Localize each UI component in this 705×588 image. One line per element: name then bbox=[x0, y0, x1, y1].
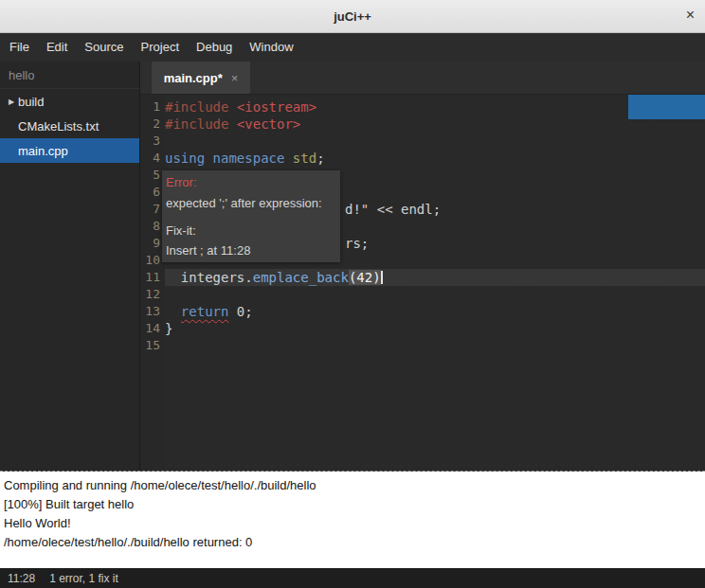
expander-icon[interactable]: ▶ bbox=[5, 98, 18, 106]
code-text: return 0; bbox=[165, 303, 705, 320]
code-token: integers. bbox=[165, 270, 253, 285]
tab-bar: main.cpp* × bbox=[140, 62, 705, 95]
menu-item-window[interactable]: Window bbox=[241, 33, 301, 62]
diagnostic-tooltip: Error: expected ';' after expression: Fi… bbox=[162, 170, 340, 262]
code-text: integers.emplace_back(42) bbox=[165, 269, 705, 286]
code-text: #include <vector> bbox=[165, 116, 705, 133]
code-token: emplace_back bbox=[253, 270, 349, 285]
code-token: } bbox=[165, 321, 172, 336]
code-token: (42) bbox=[349, 270, 381, 285]
menu-bar: File Edit Source Project Debug Window bbox=[0, 33, 705, 62]
close-icon[interactable]: × bbox=[686, 8, 695, 23]
main-area: hello ▶ build CMakeLists.txt main.cpp ma… bbox=[0, 62, 705, 471]
tooltip-error-text: expected ';' after expression: bbox=[166, 196, 340, 210]
line-number: 4 bbox=[140, 150, 165, 167]
file-tree-panel: hello ▶ build CMakeLists.txt main.cpp bbox=[0, 62, 140, 471]
code-line[interactable]: 14} bbox=[140, 320, 705, 337]
code-token: rs; bbox=[345, 236, 369, 251]
line-number: 11 bbox=[140, 269, 165, 286]
line-number: 15 bbox=[140, 337, 165, 354]
code-token bbox=[165, 304, 181, 319]
tooltip-fixit-text: Insert ; at 11:28 bbox=[166, 243, 340, 258]
project-name: hello bbox=[0, 62, 139, 89]
text-cursor bbox=[381, 271, 383, 284]
line-number: 3 bbox=[140, 133, 165, 150]
terminal-line: /home/olece/test/hello/./build/hello ret… bbox=[4, 533, 705, 552]
code-token: std bbox=[293, 151, 316, 166]
code-text bbox=[165, 286, 705, 303]
cursor-position: 11:28 bbox=[8, 572, 35, 585]
tree-item-label: CMakeLists.txt bbox=[18, 119, 99, 134]
tree-item-build[interactable]: ▶ build bbox=[0, 89, 139, 114]
menu-item-edit[interactable]: Edit bbox=[38, 33, 76, 62]
code-token: #include bbox=[165, 99, 237, 115]
code-line[interactable]: 15 bbox=[140, 337, 705, 354]
tab-main-cpp[interactable]: main.cpp* × bbox=[152, 62, 250, 94]
code-line[interactable]: 11 integers.emplace_back(42) bbox=[140, 269, 705, 286]
line-number: 1 bbox=[140, 98, 165, 116]
code-line[interactable]: 3 bbox=[140, 133, 705, 150]
editor-column: main.cpp* × 1#include <iostream>2#includ… bbox=[140, 62, 705, 471]
code-token: d!" << endl; bbox=[345, 202, 441, 217]
tree-item-label: build bbox=[18, 95, 44, 109]
terminal-output: Compiling and running /home/olece/test/h… bbox=[0, 472, 705, 568]
tree-item-label: main.cpp bbox=[18, 144, 68, 158]
code-text bbox=[165, 337, 705, 354]
code-editor[interactable]: 1#include <iostream>2#include <vector>34… bbox=[140, 95, 705, 471]
code-text bbox=[165, 133, 705, 150]
menu-item-source[interactable]: Source bbox=[76, 33, 132, 62]
code-token: return bbox=[181, 304, 229, 319]
line-number: 12 bbox=[140, 286, 165, 303]
code-token: using namespace bbox=[165, 151, 293, 166]
tree-item-cmakelists[interactable]: CMakeLists.txt bbox=[0, 114, 139, 138]
line-number: 14 bbox=[140, 320, 165, 337]
scrollbar-thumb[interactable] bbox=[628, 95, 705, 119]
code-line[interactable]: 12 bbox=[140, 286, 705, 303]
menu-item-file[interactable]: File bbox=[1, 33, 38, 62]
app-window: juCi++ × File Edit Source Project Debug … bbox=[0, 0, 705, 588]
code-token: <vector> bbox=[237, 116, 300, 132]
tooltip-fixit-label: Fix-it: bbox=[166, 223, 340, 238]
code-text: #include <iostream> bbox=[165, 98, 705, 116]
code-line[interactable]: 1#include <iostream> bbox=[140, 98, 705, 116]
tree-item-main-cpp[interactable]: main.cpp bbox=[0, 138, 139, 163]
terminal-line: [100%] Built target hello bbox=[4, 495, 705, 514]
window-title: juCi++ bbox=[334, 9, 371, 24]
title-bar: juCi++ × bbox=[0, 0, 705, 33]
error-status: 1 error, 1 fix it bbox=[49, 572, 118, 585]
tooltip-error-label: Error: bbox=[166, 175, 340, 189]
code-line[interactable]: 4using namespace std; bbox=[140, 150, 705, 167]
code-token: 0; bbox=[228, 304, 252, 319]
line-number: 13 bbox=[140, 303, 165, 320]
status-bar: 11:28 1 error, 1 fix it bbox=[0, 568, 705, 588]
line-number: 2 bbox=[140, 116, 165, 133]
tab-label: main.cpp* bbox=[164, 71, 223, 85]
code-text: } bbox=[165, 320, 705, 337]
code-token: <iostream> bbox=[237, 99, 316, 115]
menu-item-debug[interactable]: Debug bbox=[188, 33, 241, 62]
terminal-line: Compiling and running /home/olece/test/h… bbox=[4, 476, 705, 495]
menu-item-project[interactable]: Project bbox=[133, 33, 188, 62]
code-token: ; bbox=[316, 151, 324, 166]
code-line[interactable]: 13 return 0; bbox=[140, 303, 705, 320]
tab-close-icon[interactable]: × bbox=[231, 71, 239, 85]
code-line[interactable]: 2#include <vector> bbox=[140, 116, 705, 133]
terminal-line: Hello World! bbox=[4, 514, 705, 533]
code-text: using namespace std; bbox=[165, 150, 705, 167]
code-token: #include bbox=[165, 116, 237, 132]
